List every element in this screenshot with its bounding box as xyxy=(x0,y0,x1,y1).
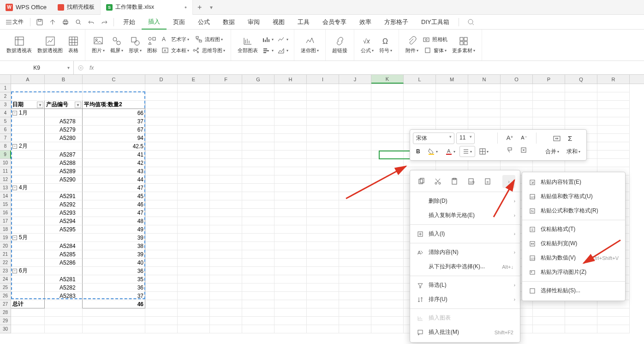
cell-B2[interactable] xyxy=(45,92,83,101)
flowchart-button[interactable]: 流程图 ▾ xyxy=(191,34,227,45)
cell-K16[interactable] xyxy=(371,209,404,217)
cell-G27[interactable] xyxy=(242,300,274,308)
cell-B8[interactable] xyxy=(45,142,83,151)
cell-A13[interactable]: −4月 xyxy=(11,184,45,192)
cell-H5[interactable] xyxy=(274,117,307,126)
row-header-23[interactable]: 23 xyxy=(0,267,11,275)
cell-D23[interactable] xyxy=(145,267,178,275)
tab-list-dropdown[interactable]: ▾ xyxy=(206,4,216,11)
cell-C20[interactable]: 38 xyxy=(83,242,145,250)
cell-J6[interactable] xyxy=(339,126,371,134)
cell-B19[interactable] xyxy=(45,234,83,242)
cell-D24[interactable] xyxy=(145,275,178,284)
cell-I5[interactable] xyxy=(307,117,339,126)
cell-E26[interactable] xyxy=(178,292,210,300)
cell-F23[interactable] xyxy=(210,267,242,275)
menu-tab-start[interactable]: 开始 xyxy=(117,15,142,30)
cell-O5[interactable] xyxy=(501,117,533,126)
cell-F18[interactable] xyxy=(210,225,242,234)
cell-B3[interactable]: 产品编号▾ xyxy=(45,101,83,109)
cell-C18[interactable]: 49 xyxy=(83,225,145,234)
cell-K8[interactable] xyxy=(371,142,404,151)
cell-I18[interactable] xyxy=(307,225,339,234)
row-header-10[interactable]: 10 xyxy=(0,159,11,167)
redo-icon[interactable] xyxy=(99,17,110,28)
cell-D18[interactable] xyxy=(145,225,178,234)
cell-C3[interactable]: 平均值项:数量2 xyxy=(83,101,145,109)
sub-paste-values[interactable]: 123粘贴为数值(V)Ctrl+Shift+V xyxy=(522,251,625,265)
cell-D3[interactable] xyxy=(145,101,178,109)
cell-D28[interactable] xyxy=(145,308,178,317)
cell-I17[interactable] xyxy=(307,217,339,225)
cell-I10[interactable] xyxy=(307,159,339,167)
cell-E18[interactable] xyxy=(178,225,210,234)
cell-J4[interactable] xyxy=(339,109,371,117)
col-header-P[interactable]: P xyxy=(533,75,565,84)
cell-M5[interactable] xyxy=(436,117,468,126)
cell-J17[interactable] xyxy=(339,217,371,225)
cell-R29[interactable] xyxy=(597,317,630,325)
cell-D10[interactable] xyxy=(145,159,178,167)
cell-I2[interactable] xyxy=(307,92,339,101)
ctx-clear[interactable]: A清除内容(N)› xyxy=(410,245,520,260)
sub-paste-formulas-formats[interactable]: fx粘贴公式和数字格式(R) xyxy=(522,204,625,218)
cell-D16[interactable] xyxy=(145,209,178,217)
cell-G22[interactable] xyxy=(242,259,274,267)
cell-L4[interactable] xyxy=(404,109,436,117)
cell-H17[interactable] xyxy=(274,217,307,225)
row-header-18[interactable]: 18 xyxy=(0,225,11,234)
row-header-9[interactable]: 9 xyxy=(0,151,11,159)
symbol-button[interactable]: Ω符号▾ xyxy=(376,30,395,60)
cell-R10[interactable] xyxy=(597,159,630,167)
cell-K29[interactable] xyxy=(371,317,404,325)
cell-K12[interactable] xyxy=(371,175,404,184)
row-header-7[interactable]: 7 xyxy=(0,134,11,142)
cell-N3[interactable] xyxy=(468,101,501,109)
cell-I22[interactable] xyxy=(307,259,339,267)
cell-A7[interactable] xyxy=(11,134,45,142)
cell-I26[interactable] xyxy=(307,292,339,300)
cell-B12[interactable]: A5290 xyxy=(45,175,83,184)
cell-D26[interactable] xyxy=(145,292,178,300)
cell-B25[interactable]: A5282 xyxy=(45,284,83,292)
name-box[interactable]: K9 ▾ xyxy=(0,61,74,74)
col-header-A[interactable]: A xyxy=(11,75,45,84)
cell-J18[interactable] xyxy=(339,225,371,234)
cell-G25[interactable] xyxy=(242,284,274,292)
row-header-22[interactable]: 22 xyxy=(0,259,11,267)
collapse-button[interactable]: − xyxy=(12,235,17,240)
cell-I12[interactable] xyxy=(307,175,339,184)
sub-paste-values-formats[interactable]: 123粘贴值和数字格式(U) xyxy=(522,189,625,204)
cell-J3[interactable] xyxy=(339,101,371,109)
cell-A9[interactable] xyxy=(11,151,45,159)
menu-tab-tools[interactable]: 工具 xyxy=(291,15,316,30)
cell-H7[interactable] xyxy=(274,134,307,142)
cell-C17[interactable]: 48 xyxy=(83,217,145,225)
cell-A19[interactable]: −5月 xyxy=(11,234,45,242)
cell-C21[interactable]: 39 xyxy=(83,250,145,259)
cut-icon[interactable] xyxy=(431,175,444,188)
cell-B18[interactable]: A5295 xyxy=(45,225,83,234)
cell-H4[interactable] xyxy=(274,109,307,117)
cell-A12[interactable] xyxy=(11,175,45,184)
sub-paste-special[interactable]: 选择性粘贴(S)... xyxy=(522,284,625,298)
cell-H26[interactable] xyxy=(274,292,307,300)
cell-B27[interactable] xyxy=(45,300,83,308)
cell-Q27[interactable] xyxy=(565,300,597,308)
cell-D30[interactable] xyxy=(145,325,178,333)
cell-D8[interactable] xyxy=(145,142,178,151)
cell-G13[interactable] xyxy=(242,184,274,192)
cell-F22[interactable] xyxy=(210,259,242,267)
cell-A28[interactable] xyxy=(11,308,45,317)
font-select[interactable]: 宋体 xyxy=(413,133,454,144)
cell-B1[interactable] xyxy=(45,84,83,92)
cell-H19[interactable] xyxy=(274,234,307,242)
cell-E10[interactable] xyxy=(178,159,210,167)
cell-A30[interactable] xyxy=(11,325,45,333)
area-chart-button[interactable]: ▾ xyxy=(275,45,290,56)
row-header-25[interactable]: 25 xyxy=(0,284,11,292)
cell-E24[interactable] xyxy=(178,275,210,284)
align-button[interactable]: ▾ xyxy=(459,146,475,157)
cell-I16[interactable] xyxy=(307,209,339,217)
ctx-insert-comment[interactable]: 插入批注(M)Shift+F2 xyxy=(410,325,520,339)
